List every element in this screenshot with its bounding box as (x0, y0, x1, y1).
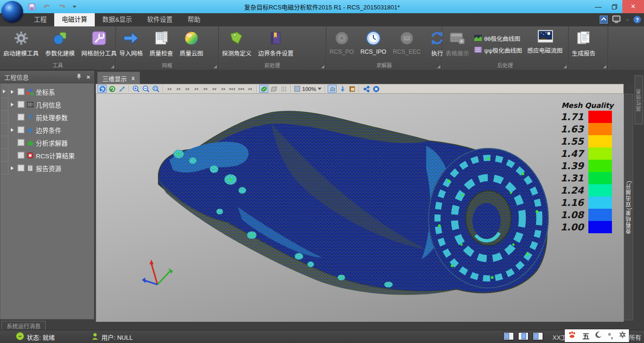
menu-tab-0[interactable]: 工程 (26, 13, 54, 26)
expand-arrow-icon[interactable] (8, 90, 16, 94)
view-orientation-icon-0[interactable]: xz (165, 85, 173, 93)
theta-polarization-curve-button[interactable]: θθ极化曲线图 (474, 34, 522, 43)
share-icon[interactable] (362, 85, 371, 93)
expand-arrow-icon[interactable] (8, 128, 16, 132)
legend-color-band (588, 160, 612, 172)
parametric-modeling-button[interactable]: 参数化建模 (42, 29, 78, 58)
view-orientation-icon-6[interactable]: zx (219, 85, 227, 93)
drop-down-arrow-icon[interactable] (338, 85, 347, 93)
close-button[interactable]: × (622, 0, 644, 13)
zoom-in-icon[interactable] (132, 85, 140, 93)
generate-report-button[interactable]: 生成报告 (569, 29, 599, 58)
postprocess-dialog-launcher[interactable] (563, 65, 567, 68)
grid-mode-icon[interactable] (279, 85, 288, 93)
induced-current-map-button[interactable]: 感应电磁流图 (524, 29, 566, 56)
menu-tab-1[interactable]: 电磁计算 (54, 13, 95, 26)
tree-item-4[interactable]: 分析求解器 (0, 136, 94, 149)
pan-zoom-icon[interactable] (117, 85, 126, 93)
system-messages-tab[interactable]: 系统运行消息 (1, 321, 46, 330)
mesh-model (96, 94, 624, 322)
view-orientation-icon-3[interactable]: zx (192, 85, 200, 93)
view-orientation-icon-7[interactable]: vxz (228, 85, 236, 93)
mesh-dialog-launcher[interactable] (214, 65, 217, 68)
expand-arrow-icon[interactable] (8, 166, 16, 170)
tree-checkbox[interactable] (17, 101, 25, 108)
zoom-out-icon[interactable] (141, 85, 150, 93)
tree-item-1[interactable]: 几何信息 (0, 98, 94, 111)
display-mode-dropdown-icon[interactable] (626, 19, 629, 22)
menu-tab-4[interactable]: 帮助 (180, 13, 208, 26)
clip-plane-icon[interactable] (328, 85, 337, 93)
menu-tabs: 工程电磁计算数据&显示软件设置帮助 (26, 13, 208, 26)
start-modeling-tool-button[interactable]: 启动建模工具 (0, 29, 42, 58)
layers-icon[interactable] (347, 85, 356, 93)
tree-item-2[interactable]: T前处理参数 (0, 111, 94, 123)
view-orientation-icon-1[interactable]: zx (174, 85, 182, 93)
tab-close-icon[interactable]: x (132, 75, 135, 82)
expand-arrow-icon[interactable] (8, 103, 16, 106)
help-icon[interactable]: ? (633, 16, 641, 25)
view-orientation-icon-5[interactable]: zv (210, 85, 218, 93)
table-display-button[interactable]: 表格展示 (442, 29, 472, 58)
boundary-condition-button[interactable]: 边界条件设置 (255, 29, 297, 58)
preprocess-dialog-launcher[interactable] (321, 65, 324, 68)
layout-toggle-left[interactable] (504, 332, 514, 340)
properties-panel-tab[interactable]: 属性信息 (635, 75, 643, 124)
menu-tab-3[interactable]: 软件设置 (140, 13, 180, 26)
tree-checkbox[interactable] (17, 152, 25, 159)
restore-button[interactable] (606, 0, 622, 13)
view-orientation-icon-8[interactable]: zvx (237, 85, 245, 93)
tree-checkbox[interactable] (17, 139, 25, 146)
layout-toggle-right[interactable] (533, 332, 543, 340)
tab-3d-display[interactable]: 三维显示 x (97, 72, 140, 84)
shaded-mode-icon[interactable] (259, 85, 268, 93)
minimize-button[interactable]: — (590, 0, 606, 13)
solver-dialog-launcher[interactable] (437, 65, 440, 68)
ime-settings-gear-icon[interactable] (619, 331, 626, 340)
tree-item-label: 边界条件 (36, 125, 61, 135)
status-bar: 状态: 就绪 用户: NULL (0, 330, 644, 343)
ime-logo-paw-icon[interactable] (568, 331, 576, 341)
tree-checkbox[interactable] (17, 114, 25, 121)
close-view-icon[interactable] (372, 85, 380, 93)
ime-mode-label[interactable]: 五 (582, 331, 589, 341)
ime-moon-icon[interactable] (595, 332, 602, 340)
view-orientation-icon-9[interactable]: zx (246, 85, 254, 93)
display-mode-icon[interactable] (611, 15, 622, 25)
rcs-ipo-button[interactable]: RCS_IPO (357, 29, 389, 56)
tree-item-6[interactable]: 报告资源 (0, 162, 94, 174)
report-dialog-launcher[interactable] (603, 65, 606, 68)
night-photo-icon (537, 29, 553, 43)
zoom-level-select[interactable]: 100% (293, 86, 322, 92)
tree-checkbox[interactable] (17, 126, 25, 133)
view-results-bar[interactable]: 查看结果(双击展开) (624, 94, 633, 320)
tree-item-5[interactable]: RCS计算结果 (0, 149, 94, 162)
tools-dialog-launcher[interactable] (111, 65, 114, 68)
menu-tab-2[interactable]: 数据&显示 (95, 13, 140, 26)
layout-toggle-center[interactable] (518, 332, 528, 340)
pin-icon[interactable] (76, 74, 82, 81)
tree-item-3[interactable]: 边界条件 (0, 123, 94, 136)
rcs-eec-button[interactable]: RCS_EEC (389, 29, 424, 56)
tree-item-0[interactable]: 坐标系 (0, 85, 94, 98)
tree-checkbox[interactable] (17, 164, 25, 172)
ribbon-collapse-icon[interactable] (600, 16, 608, 25)
import-mesh-button[interactable]: 导入网格 (116, 29, 146, 58)
viewport-3d[interactable]: Mesh Quality 1.711.631.551.471.391.311.2… (96, 94, 624, 322)
view-orientation-icon-4[interactable]: zv (201, 85, 209, 93)
psi-polarization-curve-button[interactable]: ψψ极化曲线图 (474, 46, 522, 55)
panel-close-icon[interactable]: × (86, 74, 90, 81)
rotate-view-icon[interactable] (98, 85, 107, 93)
tree-checkbox[interactable] (17, 88, 25, 95)
mesh-partition-tool-button[interactable]: 网格剖分工具 (78, 29, 120, 58)
probe-angle-button[interactable]: 探测角定义 (219, 29, 255, 58)
ime-punctuation-label[interactable]: °, (608, 332, 613, 340)
rcs-po-button[interactable]: RCS_PO (326, 29, 357, 56)
quality-cloud-map-button[interactable]: 质量云图 (176, 29, 206, 58)
report-document-icon (576, 30, 592, 46)
orbit-view-icon[interactable] (107, 85, 116, 93)
zoom-extents-icon[interactable] (151, 85, 160, 93)
quality-check-button[interactable]: 质量检查 (146, 29, 176, 58)
view-orientation-icon-2[interactable]: xz (183, 85, 191, 93)
wireframe-mode-icon[interactable] (269, 85, 278, 93)
